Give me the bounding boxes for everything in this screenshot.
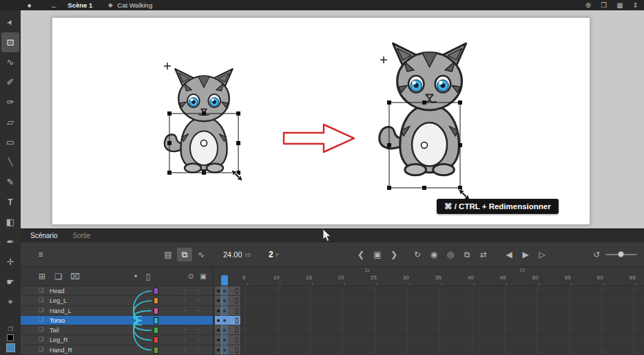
playhead[interactable]	[221, 275, 228, 286]
layer-color-swatch[interactable]	[154, 347, 158, 354]
layer-visibility-dot[interactable]: ·	[183, 325, 185, 335]
layer-color-swatch[interactable]	[154, 327, 158, 334]
advanced-layers-button[interactable]: ⧉	[177, 248, 192, 261]
fps-value[interactable]: 24.00	[223, 250, 242, 259]
layer-row-hand_r[interactable]: ❑Hand_R··	[21, 345, 644, 355]
layer-item[interactable]: ❑Tail··	[21, 325, 214, 334]
layer-visibility-dot[interactable]: ·	[183, 345, 185, 355]
next-keyframe-button[interactable]: ❯	[386, 248, 402, 261]
layer-frames-strip[interactable]	[214, 345, 644, 354]
layer-row-leg_r[interactable]: ❑Leg_R··	[21, 335, 644, 345]
paint-bucket-tool[interactable]: ◧	[1, 212, 19, 232]
layer-visibility-dot[interactable]: ·	[183, 286, 185, 296]
framerate-display[interactable]: 24.00I/S	[223, 242, 251, 267]
frame-span[interactable]	[215, 335, 241, 344]
panel-menu-icon[interactable]: ≡	[33, 248, 48, 261]
current-frame-value[interactable]: 2	[269, 250, 273, 259]
frame-span[interactable]	[215, 296, 241, 305]
layer-color-swatch[interactable]	[154, 336, 158, 343]
back-arrow-button[interactable]: ←	[50, 1, 58, 10]
scene-breadcrumb[interactable]: Scène 1	[67, 1, 92, 9]
layer-visibility-dot[interactable]: ·	[183, 335, 185, 345]
parent-view-button[interactable]: ▯	[141, 270, 156, 283]
camera-button[interactable]: ▤	[160, 248, 176, 261]
stage[interactable]	[52, 17, 590, 225]
grid-icon[interactable]: ▦	[616, 1, 623, 9]
layer-lock-dot[interactable]: ·	[197, 345, 199, 355]
layer-frames-strip[interactable]	[214, 286, 644, 295]
edit-multiple-frames-button[interactable]: ⧉	[459, 248, 475, 261]
fill-color-chip[interactable]	[6, 343, 15, 352]
layer-frames-strip[interactable]	[214, 316, 644, 325]
layer-row-leg_l[interactable]: ❑Leg_L··	[21, 296, 644, 305]
hand-tool[interactable]: ☛	[1, 272, 19, 292]
line-tool[interactable]: ╲	[1, 152, 19, 172]
free-transform-tool[interactable]: ⊡	[1, 32, 19, 52]
graph-editor-button[interactable]: ∿	[194, 248, 209, 261]
tab-sortie[interactable]: Sortie	[72, 232, 90, 239]
layer-row-tail[interactable]: ❑Tail··	[21, 325, 644, 335]
layer-row-hand_l[interactable]: ❑Hand_L··	[21, 306, 644, 316]
current-frame-display[interactable]: 2F	[269, 242, 279, 267]
clip-content-icon[interactable]: ❒	[601, 1, 607, 9]
layer-frames-strip[interactable]	[214, 296, 644, 305]
layer-color-swatch[interactable]	[154, 297, 158, 304]
layer-frames-strip[interactable]	[214, 306, 644, 315]
center-stage-icon[interactable]: ⊕	[585, 1, 591, 9]
center-playhead-button[interactable]: ▣	[370, 248, 385, 261]
layer-frames-strip[interactable]	[214, 325, 644, 334]
timeline-zoom-slider[interactable]	[605, 254, 637, 255]
zoom-tool[interactable]: ⌖	[1, 292, 19, 312]
layer-row-torso[interactable]: ❑Torso··	[21, 316, 644, 325]
onion-skin-button[interactable]: ◉	[426, 248, 442, 261]
layer-item[interactable]: ❑Leg_L··	[21, 296, 214, 305]
play-button[interactable]: ▶	[518, 248, 533, 261]
layer-lock-dot[interactable]: ·	[197, 335, 199, 345]
pencil-tool[interactable]: ✎	[1, 172, 19, 192]
rectangle-tool[interactable]: ▭	[1, 132, 19, 152]
lock-column-icon[interactable]: ▣	[196, 270, 211, 283]
lasso-tool[interactable]: ∿	[1, 52, 19, 72]
new-layer-button[interactable]: ⊞	[34, 270, 50, 283]
zoom-slider-knob[interactable]	[618, 251, 624, 257]
onion-outlines-button[interactable]: ◎	[443, 248, 458, 261]
stroke-color-chip[interactable]	[7, 334, 14, 341]
loop-button[interactable]: ↻	[410, 248, 425, 261]
layer-visibility-dot[interactable]: ·	[183, 306, 185, 316]
layer-item[interactable]: ❑Leg_R··	[21, 335, 214, 344]
layer-lock-dot[interactable]: ·	[197, 286, 199, 296]
classic-brush-tool[interactable]: ✑	[1, 92, 19, 112]
layer-item[interactable]: ❑Torso··	[21, 316, 214, 325]
new-folder-button[interactable]: ❏	[51, 270, 66, 283]
layer-lock-dot[interactable]: ·	[197, 296, 199, 305]
asset-warp-tool[interactable]: ✛	[1, 252, 19, 272]
fluid-brush-tool[interactable]: ✐	[1, 72, 19, 92]
frame-span[interactable]	[215, 286, 241, 295]
frame-span[interactable]	[215, 345, 241, 354]
layer-item[interactable]: ❑Hand_L··	[21, 306, 214, 315]
layer-lock-dot[interactable]: ·	[197, 316, 199, 325]
prev-keyframe-button[interactable]: ❮	[353, 248, 368, 261]
layer-frames-strip[interactable]	[214, 335, 644, 344]
step-back-button[interactable]: ◀	[501, 248, 517, 261]
swap-colors-icon[interactable]: ❐	[8, 326, 12, 332]
layer-color-swatch[interactable]	[154, 308, 158, 314]
delete-layer-button[interactable]: ⌧	[67, 270, 83, 283]
frame-span[interactable]	[215, 325, 241, 334]
layer-row-head[interactable]: ❑Head··	[21, 286, 644, 296]
frame-span-button[interactable]: ⇄	[476, 248, 491, 261]
layer-color-swatch[interactable]	[154, 317, 158, 324]
text-tool[interactable]: T	[1, 192, 19, 212]
layer-item[interactable]: ❑Hand_R··	[21, 345, 214, 354]
frame-ruler[interactable]: 51015202530354045505560651s2s	[214, 267, 644, 286]
zoom-stepper-icon[interactable]: ⇕	[633, 1, 638, 9]
eraser-tool[interactable]: ▱	[1, 112, 19, 132]
layer-lock-dot[interactable]: ·	[197, 306, 199, 316]
layer-visibility-dot[interactable]: ·	[183, 316, 185, 325]
reset-timeline-zoom-button[interactable]: ↺	[589, 248, 604, 261]
layer-color-swatch[interactable]	[154, 288, 158, 294]
pasteboard[interactable]: ⌘ / CTRL + Redimensionner	[21, 10, 644, 228]
eyedropper-tool[interactable]: ✒	[1, 232, 19, 252]
selection-tool[interactable]: ➤	[1, 12, 19, 32]
frame-span[interactable]	[215, 316, 241, 325]
